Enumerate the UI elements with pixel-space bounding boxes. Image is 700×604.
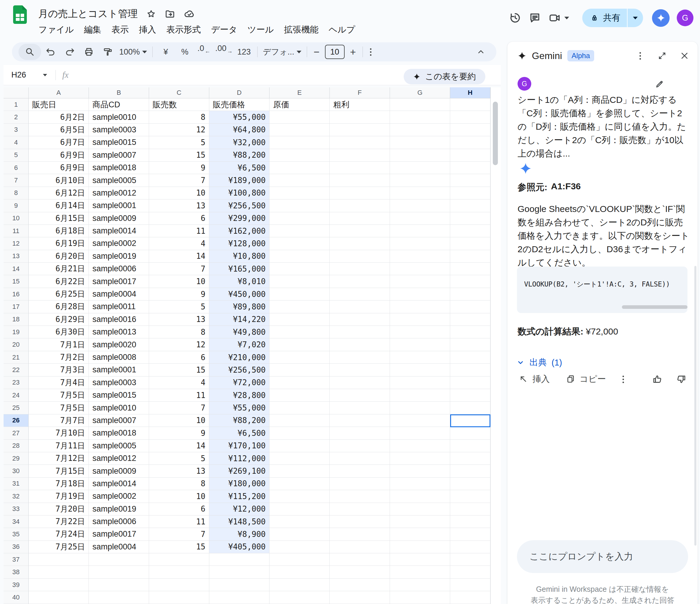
cell-F21[interactable]	[330, 351, 390, 364]
row-header-9[interactable]: 9	[4, 199, 29, 212]
cell-H35[interactable]	[450, 528, 491, 540]
cell-C16[interactable]: 9	[149, 288, 209, 301]
row-header-26[interactable]: 26	[4, 414, 29, 427]
cell-A38[interactable]	[29, 566, 89, 578]
cell-B4[interactable]: sample0015	[89, 136, 149, 149]
row-header-33[interactable]: 33	[4, 503, 29, 515]
cell-H11[interactable]	[450, 225, 491, 237]
cell-D23[interactable]: ¥72,000	[209, 377, 270, 389]
cell-D6[interactable]: ¥6,500	[209, 161, 270, 174]
cell-G34[interactable]	[390, 515, 450, 528]
cell-A23[interactable]: 7月4日	[29, 377, 89, 389]
row-header-12[interactable]: 12	[4, 237, 29, 250]
cell-H1[interactable]	[450, 98, 491, 111]
cell-H31[interactable]	[450, 478, 491, 490]
cell-G17[interactable]	[390, 301, 450, 313]
panel-more-button[interactable]	[636, 52, 645, 60]
cell-E33[interactable]	[270, 503, 330, 515]
gemini-button[interactable]	[652, 9, 670, 27]
copy-button[interactable]: コピー	[566, 373, 606, 385]
cell-B21[interactable]: sample0008	[89, 351, 149, 364]
cell-B1[interactable]: 商品CD	[89, 98, 149, 111]
cell-H10[interactable]	[450, 212, 491, 225]
cell-H27[interactable]	[450, 427, 491, 439]
cell-E26[interactable]	[270, 414, 330, 427]
cell-C5[interactable]: 15	[149, 149, 209, 161]
cell-A10[interactable]: 6月15日	[29, 212, 89, 225]
cell-D1[interactable]: 販売価格	[209, 98, 270, 111]
cell-E34[interactable]	[270, 515, 330, 528]
cell-E35[interactable]	[270, 528, 330, 540]
cell-F5[interactable]	[330, 149, 390, 161]
cell-G30[interactable]	[390, 465, 450, 477]
cell-F29[interactable]	[330, 452, 390, 465]
cell-D10[interactable]: ¥299,000	[209, 212, 270, 225]
cell-C36[interactable]: 15	[149, 541, 209, 553]
cell-B38[interactable]	[89, 566, 149, 578]
cell-D22[interactable]: ¥256,500	[209, 364, 270, 376]
cell-D2[interactable]: ¥55,000	[209, 111, 270, 123]
cell-G11[interactable]	[390, 225, 450, 237]
thumbs-down-button[interactable]	[676, 374, 686, 384]
cell-B7[interactable]: sample0005	[89, 174, 149, 186]
cell-G26[interactable]	[390, 414, 450, 427]
column-header-c[interactable]: C	[149, 87, 209, 98]
cell-B17[interactable]: sample0011	[89, 301, 149, 313]
cell-F25[interactable]	[330, 402, 390, 414]
cell-G32[interactable]	[390, 490, 450, 503]
cell-G21[interactable]	[390, 351, 450, 364]
cell-E8[interactable]	[270, 187, 330, 199]
cell-G23[interactable]	[390, 377, 450, 389]
decrease-font-size-button[interactable]: −	[311, 46, 323, 58]
cell-A18[interactable]: 6月29日	[29, 313, 89, 326]
cell-D35[interactable]: ¥8,900	[209, 528, 270, 540]
cell-G1[interactable]	[390, 98, 450, 111]
cell-E21[interactable]	[270, 351, 330, 364]
cell-C2[interactable]: 8	[149, 111, 209, 123]
cell-H34[interactable]	[450, 515, 491, 528]
cell-G6[interactable]	[390, 161, 450, 174]
cell-A30[interactable]: 7月15日	[29, 465, 89, 477]
cell-E10[interactable]	[270, 212, 330, 225]
cell-A22[interactable]: 7月3日	[29, 364, 89, 376]
column-header-d[interactable]: D	[209, 87, 270, 98]
cell-E20[interactable]	[270, 338, 330, 351]
share-button[interactable]: 共有	[582, 9, 643, 27]
cell-H5[interactable]	[450, 149, 491, 161]
cell-C9[interactable]: 13	[149, 199, 209, 212]
cell-F37[interactable]	[330, 553, 390, 566]
cell-E1[interactable]: 原価	[270, 98, 330, 111]
cell-C34[interactable]: 11	[149, 515, 209, 528]
cell-H4[interactable]	[450, 136, 491, 149]
cell-C40[interactable]	[149, 591, 209, 604]
cell-H19[interactable]	[450, 326, 491, 338]
cell-H28[interactable]	[450, 440, 491, 452]
cell-F31[interactable]	[330, 478, 390, 490]
cell-D12[interactable]: ¥128,000	[209, 237, 270, 250]
cell-A1[interactable]: 販売日	[29, 98, 89, 111]
cell-F24[interactable]	[330, 389, 390, 402]
cell-E30[interactable]	[270, 465, 330, 477]
cell-H12[interactable]	[450, 237, 491, 250]
cell-B24[interactable]: sample0015	[89, 389, 149, 402]
cell-B30[interactable]: sample0009	[89, 465, 149, 477]
cell-B33[interactable]: sample0019	[89, 503, 149, 515]
cell-E36[interactable]	[270, 541, 330, 553]
cell-F14[interactable]	[330, 263, 390, 275]
menu-ヘルプ[interactable]: ヘルプ	[323, 23, 360, 37]
row-header-13[interactable]: 13	[4, 250, 29, 263]
menu-ツール[interactable]: ツール	[242, 23, 279, 37]
cell-G37[interactable]	[390, 553, 450, 566]
cell-F8[interactable]	[330, 187, 390, 199]
cell-D18[interactable]: ¥14,220	[209, 313, 270, 326]
cell-A25[interactable]: 7月5日	[29, 402, 89, 414]
row-header-1[interactable]: 1	[4, 98, 29, 111]
cell-F19[interactable]	[330, 326, 390, 338]
cell-F15[interactable]	[330, 275, 390, 288]
cell-G28[interactable]	[390, 440, 450, 452]
increase-decimal-button[interactable]: .00→	[214, 44, 234, 60]
cell-C31[interactable]: 8	[149, 478, 209, 490]
row-header-30[interactable]: 30	[4, 465, 29, 477]
row-header-35[interactable]: 35	[4, 528, 29, 540]
cell-B9[interactable]: sample0001	[89, 199, 149, 212]
